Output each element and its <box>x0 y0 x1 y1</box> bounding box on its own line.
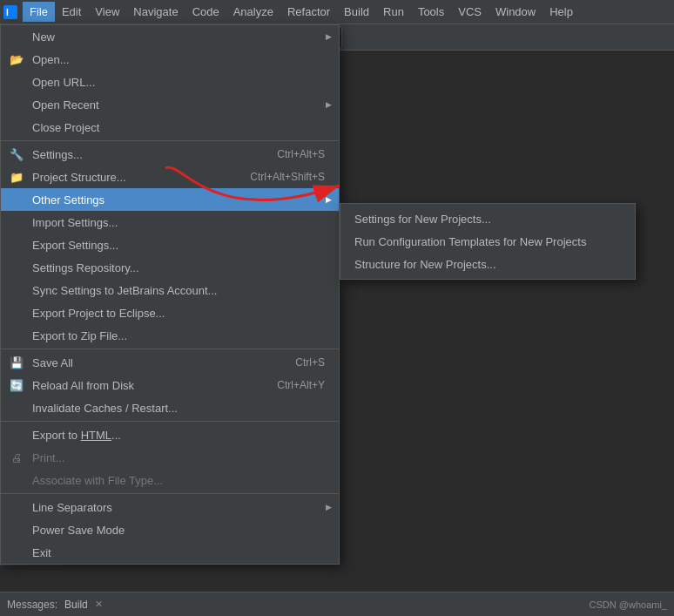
app-icon: I <box>3 5 17 19</box>
save-icon: 💾 <box>8 356 25 369</box>
menu-item-project-structure[interactable]: 📁 Project Structure... Ctrl+Alt+Shift+S <box>1 166 339 188</box>
menu-run[interactable]: Run <box>376 2 411 22</box>
main-layout: 1: Project ⇌ ⚙ − 发现和exp利用 ✕ m pom.xml ✕ … <box>0 24 674 565</box>
menu-code[interactable]: Code <box>185 2 226 22</box>
menu-bar: I File Edit View Navigate Code Analyze R… <box>0 0 674 24</box>
menu-item-print: 🖨 Print... <box>1 446 339 469</box>
menu-item-close-project[interactable]: Close Project <box>1 116 339 139</box>
menu-item-power-save[interactable]: Power Save Mode <box>1 518 339 541</box>
menu-item-exit[interactable]: Exit <box>1 541 339 564</box>
open-icon: 📂 <box>8 53 25 66</box>
menu-build[interactable]: Build <box>337 2 376 22</box>
menu-item-export-html[interactable]: Export to HTML... <box>1 423 339 446</box>
menu-item-open-url[interactable]: Open URL... <box>1 71 339 93</box>
menu-item-open-recent[interactable]: Open Recent <box>1 93 339 116</box>
menu-help[interactable]: Help <box>543 2 580 22</box>
menu-item-reload[interactable]: 🔄 Reload All from Disk Ctrl+Alt+Y <box>1 374 339 396</box>
build-tab[interactable]: Build <box>64 599 88 611</box>
menu-navigate[interactable]: Navigate <box>126 2 185 22</box>
separator-4 <box>1 493 339 494</box>
menu-refactor[interactable]: Refactor <box>280 2 337 22</box>
menu-item-import-settings[interactable]: Import Settings... <box>1 211 339 234</box>
menu-item-settings[interactable]: 🔧 Settings... Ctrl+Alt+S <box>1 143 339 166</box>
submenu-item-run-config[interactable]: Run Configuration Templates for New Proj… <box>340 230 635 253</box>
print-icon: 🖨 <box>8 451 25 464</box>
svg-text:I: I <box>6 8 9 17</box>
separator-2 <box>1 349 339 349</box>
other-settings-submenu: Settings for New Projects... Run Configu… <box>340 203 636 280</box>
menu-item-export-eclipse[interactable]: Export Project to Eclipse... <box>1 301 339 324</box>
messages-label: Messages: <box>7 599 57 611</box>
menu-analyze[interactable]: Analyze <box>226 2 280 22</box>
menu-view[interactable]: View <box>88 2 126 22</box>
separator-1 <box>1 140 339 141</box>
menu-item-new[interactable]: New <box>1 25 339 48</box>
build-close-icon[interactable]: ✕ <box>95 599 103 610</box>
messages-section: Messages: Build ✕ <box>7 599 103 611</box>
reload-icon: 🔄 <box>8 379 25 392</box>
menu-item-other-settings[interactable]: Other Settings <box>1 188 339 211</box>
menu-item-save-all[interactable]: 💾 Save All Ctrl+S <box>1 351 339 374</box>
menu-item-line-separators[interactable]: Line Separators <box>1 496 339 518</box>
menu-file[interactable]: File <box>23 2 55 22</box>
file-dropdown-menu: New 📂 Open... Open URL... Open Recent Cl… <box>0 24 340 565</box>
menu-tools[interactable]: Tools <box>411 2 451 22</box>
menu-item-sync-settings[interactable]: Sync Settings to JetBrains Account... <box>1 279 339 301</box>
menu-item-settings-repo[interactable]: Settings Repository... <box>1 256 339 279</box>
menu-item-open[interactable]: 📂 Open... <box>1 48 339 71</box>
bottom-bar: Messages: Build ✕ CSDN @whoami_ <box>0 592 674 616</box>
project-structure-icon: 📁 <box>8 171 25 184</box>
submenu-item-settings-new[interactable]: Settings for New Projects... <box>340 207 635 230</box>
separator-3 <box>1 421 339 422</box>
submenu-item-structure[interactable]: Structure for New Projects... <box>340 253 635 275</box>
menu-item-export-zip[interactable]: Export to Zip File... <box>1 324 339 347</box>
menu-item-invalidate[interactable]: Invalidate Caches / Restart... <box>1 396 339 419</box>
menu-vcs[interactable]: VCS <box>451 2 489 22</box>
settings-icon: 🔧 <box>8 148 25 161</box>
menu-item-associate: Associate with File Type... <box>1 469 339 491</box>
menu-edit[interactable]: Edit <box>55 2 88 22</box>
menu-item-export-settings[interactable]: Export Settings... <box>1 234 339 256</box>
menu-window[interactable]: Window <box>489 2 543 22</box>
watermark: CSDN @whoami_ <box>590 599 667 610</box>
